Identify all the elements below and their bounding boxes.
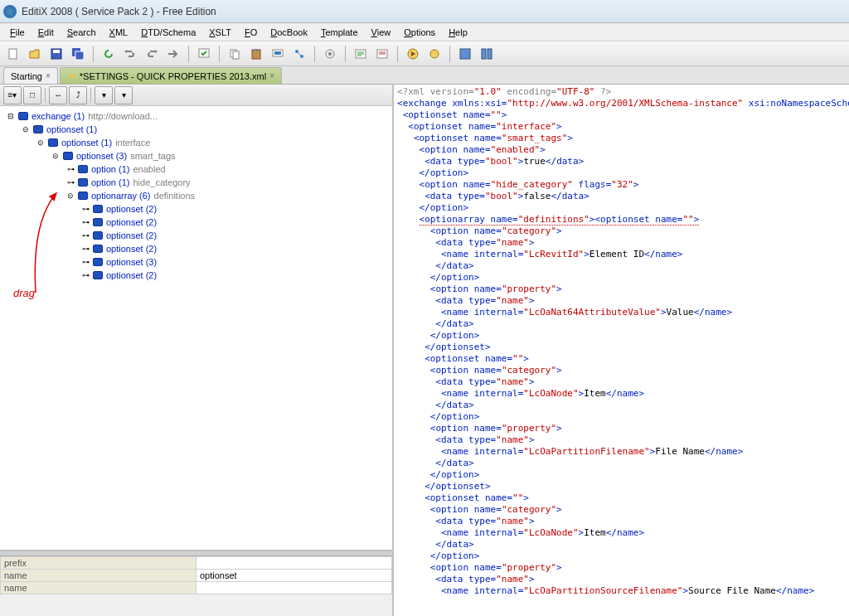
tree-node[interactable]: ⊝optionset (3)smart_tags [2, 149, 391, 162]
collapse-handle-icon[interactable]: ⊝ [66, 192, 75, 200]
menu-item-template[interactable]: Template [314, 26, 365, 39]
tree-node[interactable]: ⊝optionset (1) [2, 123, 391, 136]
expand-handle-icon[interactable]: ⊶ [81, 205, 90, 213]
code-line[interactable]: <exchange xmlns:xsi="http://www.w3.org/2… [397, 98, 846, 109]
comment-button[interactable] [372, 44, 392, 64]
code-line[interactable]: <data type="name"> [397, 434, 846, 446]
expand-handle-icon[interactable]: ⊶ [81, 231, 90, 240]
copy-button[interactable] [225, 44, 245, 64]
code-line[interactable]: <name internal="LcOaPartitionSourceFilen… [397, 585, 846, 597]
code-line[interactable]: </option> [397, 167, 846, 179]
code-line[interactable]: <option name="property"> [397, 423, 846, 434]
split-view-button[interactable] [477, 44, 497, 64]
code-line[interactable]: </option> [397, 330, 846, 342]
view-source-button[interactable] [455, 44, 475, 64]
tab[interactable]: ★*SETTINGS - QUICK PROPERTIES 2013.xml× [60, 67, 282, 84]
tree-node[interactable]: ⊶optionset (2) [2, 242, 391, 255]
tree-options-button[interactable]: ▾ [114, 86, 133, 104]
run-button[interactable] [403, 44, 423, 64]
code-line[interactable]: <optionarray name="definitions"><options… [397, 214, 846, 226]
code-line[interactable]: </data> [397, 260, 846, 272]
code-line[interactable]: <data type="bool">false</data> [397, 191, 846, 202]
tree-sync-button[interactable]: ↔ [49, 86, 67, 104]
refresh-button[interactable] [99, 44, 119, 64]
new-file-button[interactable] [3, 44, 23, 64]
code-line[interactable]: <optionset name="smart_tags"> [397, 133, 846, 144]
code-line[interactable]: <option name="category"> [397, 504, 846, 516]
code-line[interactable]: <optionset name=""> [397, 109, 846, 121]
code-line[interactable]: </option> [397, 551, 846, 562]
code-line[interactable]: </data> [397, 458, 846, 469]
code-line[interactable]: <option name="property"> [397, 562, 846, 574]
prop-value[interactable]: optionset [196, 570, 392, 582]
code-line[interactable]: <option name="property"> [397, 284, 846, 295]
xml-tree[interactable]: drag ⊟exchange (1)http://download...⊝opt… [0, 106, 392, 550]
tree-node[interactable]: ⊟exchange (1)http://download... [2, 109, 391, 123]
code-line[interactable]: <data type="name"> [397, 295, 846, 307]
code-line[interactable]: </data> [397, 400, 846, 411]
expand-handle-icon[interactable]: ⊶ [81, 271, 90, 279]
menu-item-xslt[interactable]: XSLT [202, 26, 238, 39]
expand-handle-icon[interactable]: ⊶ [66, 178, 75, 187]
code-line[interactable]: <option name="hide_category" flags="32"> [397, 179, 846, 191]
menu-item-dtdschema[interactable]: DTD/Schema [134, 26, 202, 39]
goto-button[interactable] [163, 44, 183, 64]
format-button[interactable] [351, 44, 371, 64]
tree-node[interactable]: ⊶option (1)enabled [2, 162, 391, 176]
menu-item-view[interactable]: View [365, 26, 398, 39]
link-button[interactable] [289, 44, 309, 64]
prop-value[interactable] [196, 582, 392, 594]
code-line[interactable]: <optionset name=""> [397, 353, 846, 365]
code-line[interactable]: </option> [397, 272, 846, 284]
menu-item-xml[interactable]: XML [103, 26, 135, 39]
expand-handle-icon[interactable]: ⊶ [81, 258, 90, 266]
tree-node[interactable]: ⊝optionset (1)interface [2, 136, 391, 149]
collapse-handle-icon[interactable]: ⊟ [7, 112, 15, 120]
tree-expand-button[interactable]: □ [23, 86, 41, 104]
close-icon[interactable]: × [269, 71, 274, 80]
close-icon[interactable]: × [46, 71, 51, 80]
code-line[interactable]: <data type="bool">true</data> [397, 156, 846, 167]
code-line[interactable]: <data type="name"> [397, 237, 846, 249]
code-line[interactable]: <data type="name"> [397, 516, 846, 527]
collapse-handle-icon[interactable]: ⊝ [36, 138, 45, 147]
open-file-button[interactable] [25, 44, 45, 64]
preferences-button[interactable] [320, 44, 340, 64]
tree-node[interactable]: ⊶optionset (3) [2, 255, 391, 269]
collapse-handle-icon[interactable]: ⊝ [22, 125, 30, 133]
code-line[interactable]: </option> [397, 202, 846, 214]
expand-handle-icon[interactable]: ⊶ [66, 165, 75, 173]
code-line[interactable]: </data> [397, 539, 846, 551]
code-line[interactable]: <name internal="LcOaNat64AttributeValue"… [397, 307, 846, 318]
menu-item-search[interactable]: Search [61, 26, 103, 39]
tree-node[interactable]: ⊶optionset (2) [2, 269, 391, 282]
save-all-button[interactable] [68, 44, 88, 64]
tab[interactable]: Starting× [3, 67, 58, 84]
code-line[interactable]: <?xml version="1.0" encoding="UTF-8" ?> [397, 86, 846, 98]
redo-button[interactable] [142, 44, 162, 64]
code-line[interactable]: <optionset name="interface"> [397, 121, 846, 133]
source-editor[interactable]: <?xml version="1.0" encoding="UTF-8" ?><… [394, 85, 849, 616]
code-line[interactable]: </optionset> [397, 342, 846, 353]
tree-node[interactable]: ⊶option (1)hide_category [2, 176, 391, 189]
menu-item-fo[interactable]: FO [238, 26, 264, 39]
tree-node[interactable]: ⊝optionarray (6)definitions [2, 189, 391, 202]
tree-node[interactable]: ⊶optionset (2) [2, 202, 391, 216]
code-line[interactable]: <option name="enabled"> [397, 144, 846, 156]
debug-button[interactable] [424, 44, 444, 64]
code-line[interactable]: <name internal="LcOaNode">Item</name> [397, 527, 846, 539]
table-row[interactable]: nameoptionset [1, 570, 392, 582]
menu-item-help[interactable]: Help [442, 26, 474, 39]
menu-item-edit[interactable]: Edit [32, 26, 61, 39]
save-button[interactable] [46, 44, 66, 64]
tree-node[interactable]: ⊶optionset (2) [2, 229, 391, 242]
code-line[interactable]: <data type="name"> [397, 574, 846, 585]
code-line[interactable]: <option name="category"> [397, 226, 846, 237]
tree-filter-button[interactable]: ▾ [95, 86, 113, 104]
code-line[interactable]: <name internal="LcRevitId">Element ID</n… [397, 249, 846, 260]
code-line[interactable]: <option name="category"> [397, 365, 846, 376]
menu-item-docbook[interactable]: DocBook [264, 26, 314, 39]
table-row[interactable]: name [1, 582, 392, 594]
validate-button[interactable] [194, 44, 214, 64]
expand-handle-icon[interactable]: ⊶ [81, 218, 90, 226]
